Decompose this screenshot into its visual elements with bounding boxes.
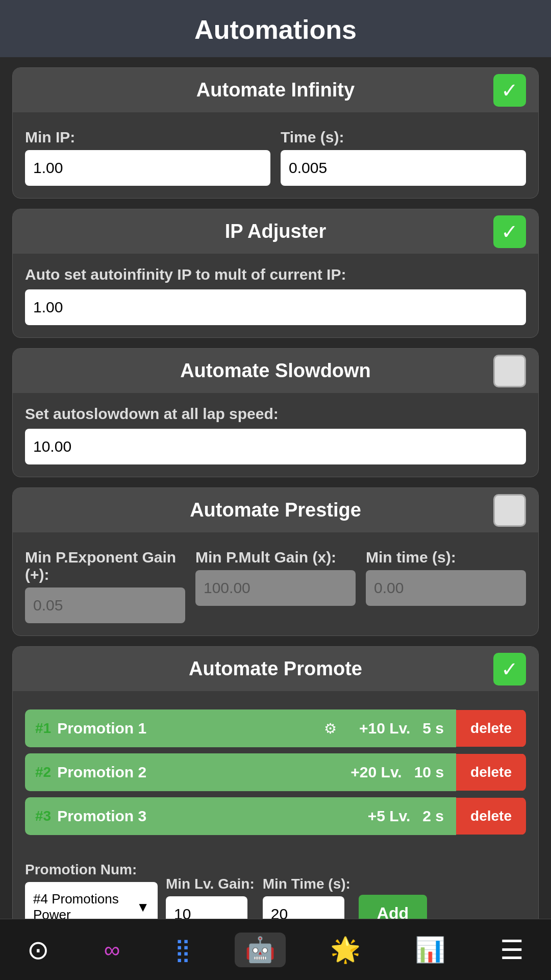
target-icon: ⊙	[27, 937, 49, 963]
promo-time-2: 10 s	[414, 764, 444, 781]
nav-item-robot[interactable]: 🤖	[235, 933, 286, 967]
ip-adjuster-header: IP Adjuster ✓	[13, 209, 538, 254]
table-row: #2 Promotion 2 +20 Lv. 10 s delete	[25, 753, 526, 791]
automate-prestige-card: Automate Prestige ✓ Min P.Exponent Gain …	[12, 487, 539, 636]
automate-promote-header: Automate Promote ✓	[13, 647, 538, 691]
automate-promote-checkbox-wrap[interactable]: ✓	[493, 653, 526, 685]
bottom-navigation: ⊙ ∞ ⣿ 🤖 🌟 📊 ☰	[0, 919, 551, 980]
time-input[interactable]	[281, 150, 526, 186]
min-time-form-label: Min Time (s):	[263, 876, 350, 892]
table-row: #1 Promotion 1 ⚙ +10 Lv. 5 s delete	[25, 709, 526, 747]
nav-item-dots[interactable]: ⣿	[164, 934, 201, 966]
automate-infinity-title: Automate Infinity	[196, 79, 355, 101]
delete-button-2[interactable]: delete	[456, 754, 526, 791]
automate-slowdown-body: Set autoslowdown at all lap speed:	[13, 393, 538, 477]
automate-promote-title: Automate Promote	[189, 658, 362, 680]
promo-num-3: #3	[35, 808, 51, 824]
promo-time-1: 5 s	[422, 720, 444, 737]
automate-promote-body: #1 Promotion 1 ⚙ +10 Lv. 5 s delete #2 P…	[13, 691, 538, 944]
min-time-input[interactable]	[366, 570, 526, 606]
automate-slowdown-input[interactable]	[25, 429, 526, 464]
promo-lv-1: +10 Lv.	[359, 720, 410, 737]
promo-lv-3: +5 Lv.	[368, 807, 411, 825]
promo-num-form-label: Promotion Num:	[25, 862, 158, 878]
min-exp-input[interactable]	[25, 587, 185, 623]
automate-prestige-checkbox-wrap[interactable]: ✓	[493, 494, 526, 527]
scroll-area: Automate Infinity ✓ Min IP: Time (s): IP…	[0, 57, 551, 980]
page-title: Automations	[0, 14, 551, 45]
automate-promote-checkbox[interactable]: ✓	[493, 653, 526, 685]
min-mult-label: Min P.Mult Gain (x):	[195, 549, 356, 566]
min-ip-label: Min IP:	[25, 129, 270, 146]
automate-slowdown-checkbox[interactable]: ✓	[493, 355, 526, 387]
nav-item-menu[interactable]: ☰	[490, 932, 534, 968]
page-header: Automations	[0, 0, 551, 57]
table-row: #3 Promotion 3 +5 Lv. 2 s delete	[25, 797, 526, 835]
robot-icon: 🤖	[245, 938, 276, 962]
min-exp-group: Min P.Exponent Gain (+):	[25, 549, 185, 623]
ip-adjuster-input[interactable]	[25, 289, 526, 325]
min-lv-form-label: Min Lv. Gain:	[166, 876, 255, 892]
promo-center-2: +20 Lv. 10 s	[338, 753, 456, 791]
promo-left-3: #3 Promotion 3	[25, 797, 356, 835]
chart-icon: 📊	[415, 938, 445, 962]
promo-name-2: Promotion 2	[57, 764, 146, 781]
automate-infinity-checkbox-wrap[interactable]: ✓	[493, 74, 526, 107]
nav-item-star[interactable]: 🌟	[320, 933, 371, 967]
automate-infinity-body: Min IP: Time (s):	[13, 112, 538, 198]
automate-infinity-header: Automate Infinity ✓	[13, 68, 538, 112]
promo-center-3: +5 Lv. 2 s	[356, 797, 456, 835]
gear-icon[interactable]: ⚙	[324, 720, 337, 737]
dots-icon: ⣿	[174, 939, 191, 961]
promo-name-3: Promotion 3	[57, 807, 146, 825]
min-time-group: Min time (s):	[366, 549, 526, 623]
min-ip-group: Min IP:	[25, 129, 270, 186]
automate-slowdown-checkbox-wrap[interactable]: ✓	[493, 355, 526, 387]
promo-num-dropdown-value: #4 Promotions Power	[33, 891, 130, 923]
min-time-label: Min time (s):	[366, 549, 526, 566]
automate-promote-card: Automate Promote ✓ #1 Promotion 1 ⚙ +10 …	[12, 646, 539, 945]
promo-time-3: 2 s	[422, 807, 444, 825]
automate-prestige-checkbox[interactable]: ✓	[493, 494, 526, 527]
ip-adjuster-desc: Auto set autoinfinity IP to mult of curr…	[25, 266, 346, 283]
menu-icon: ☰	[500, 937, 524, 963]
star-icon: 🌟	[330, 938, 361, 962]
automate-prestige-body: Min P.Exponent Gain (+): Min P.Mult Gain…	[13, 532, 538, 635]
automate-infinity-inputs: Min IP: Time (s):	[25, 129, 526, 186]
prestige-inputs: Min P.Exponent Gain (+): Min P.Mult Gain…	[25, 549, 526, 623]
automate-slowdown-desc: Set autoslowdown at all lap speed:	[25, 405, 279, 422]
nav-item-chart[interactable]: 📊	[405, 933, 456, 967]
automate-infinity-card: Automate Infinity ✓ Min IP: Time (s):	[12, 67, 539, 199]
ip-adjuster-body: Auto set autoinfinity IP to mult of curr…	[13, 254, 538, 337]
promo-center-1: +10 Lv. 5 s	[347, 709, 456, 747]
ip-adjuster-checkbox-wrap[interactable]: ✓	[493, 215, 526, 248]
chevron-down-icon: ▼	[136, 899, 149, 915]
delete-button-3[interactable]: delete	[456, 798, 526, 835]
automate-slowdown-title: Automate Slowdown	[180, 360, 371, 382]
ip-adjuster-title: IP Adjuster	[225, 220, 327, 242]
promo-left-1: #1 Promotion 1 ⚙	[25, 709, 347, 747]
automate-prestige-header: Automate Prestige ✓	[13, 488, 538, 532]
delete-button-1[interactable]: delete	[456, 710, 526, 747]
min-mult-input[interactable]	[195, 570, 356, 606]
min-ip-input[interactable]	[25, 150, 270, 186]
promo-left-2: #2 Promotion 2	[25, 753, 338, 791]
time-group: Time (s):	[281, 129, 526, 186]
promo-num-1: #1	[35, 720, 51, 737]
automate-slowdown-header: Automate Slowdown ✓	[13, 349, 538, 393]
automate-prestige-title: Automate Prestige	[190, 499, 361, 521]
min-mult-group: Min P.Mult Gain (x):	[195, 549, 356, 623]
automate-slowdown-card: Automate Slowdown ✓ Set autoslowdown at …	[12, 348, 539, 477]
nav-item-target[interactable]: ⊙	[17, 932, 60, 968]
promo-num-2: #2	[35, 764, 51, 780]
promo-lv-2: +20 Lv.	[350, 764, 402, 781]
time-label: Time (s):	[281, 129, 526, 146]
min-exp-label: Min P.Exponent Gain (+):	[25, 549, 185, 583]
promotion-list: #1 Promotion 1 ⚙ +10 Lv. 5 s delete #2 P…	[25, 709, 526, 835]
ip-adjuster-card: IP Adjuster ✓ Auto set autoinfinity IP t…	[12, 209, 539, 338]
nav-item-infinity[interactable]: ∞	[94, 934, 130, 966]
infinity-icon: ∞	[104, 939, 120, 961]
ip-adjuster-checkbox[interactable]: ✓	[493, 215, 526, 248]
promo-name-1: Promotion 1	[57, 720, 146, 737]
automate-infinity-checkbox[interactable]: ✓	[493, 74, 526, 107]
